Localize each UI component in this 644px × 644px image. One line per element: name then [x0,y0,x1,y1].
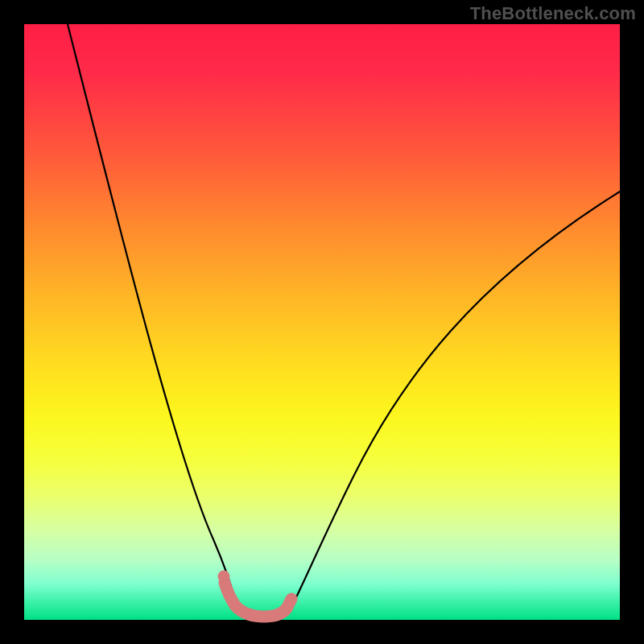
bottleneck-chart-svg [24,24,620,620]
outer-frame: TheBottleneck.com [0,0,644,644]
watermark-text: TheBottleneck.com [470,3,636,24]
curve-right-branch [290,192,620,610]
curve-valley-floor [225,583,291,617]
curve-left-marker-dot [218,571,230,583]
curve-left-branch [68,24,238,610]
